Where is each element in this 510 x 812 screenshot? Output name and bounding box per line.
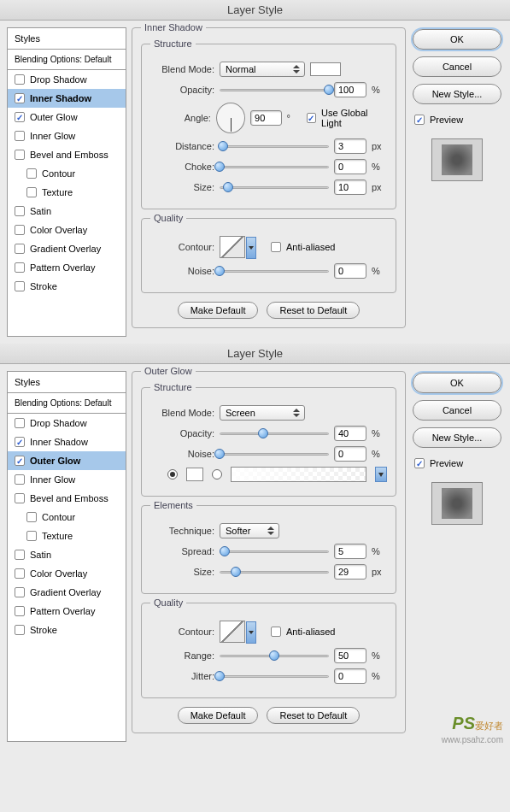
style-checkbox[interactable] [15,225,25,235]
blend-mode-select[interactable]: Screen [220,405,305,421]
distance-slider[interactable] [220,139,329,153]
solid-color-radio[interactable] [167,469,178,480]
global-light-checkbox[interactable] [307,113,316,123]
styles-header[interactable]: Styles [8,372,126,393]
opacity-slider[interactable] [220,427,329,440]
style-checkbox[interactable] [26,168,37,179]
noise-field[interactable]: 0 [334,446,366,462]
style-item-drop-shadow[interactable]: Drop Shadow [8,414,126,432]
antialiased-checkbox[interactable] [271,242,281,252]
glow-color-swatch[interactable] [186,468,203,481]
style-checkbox[interactable] [15,437,25,447]
style-checkbox[interactable] [15,93,25,103]
color-swatch[interactable] [310,62,341,76]
ok-button[interactable]: OK [413,29,501,50]
style-checkbox[interactable] [26,531,37,541]
reset-default-button[interactable]: Reset to Default [267,302,360,319]
blending-options[interactable]: Blending Options: Default [8,50,126,70]
style-checkbox[interactable] [15,262,25,273]
new-style-button[interactable]: New Style... [413,427,501,448]
style-checkbox[interactable] [15,244,25,254]
jitter-slider[interactable] [220,669,329,683]
make-default-button[interactable]: Make Default [178,707,259,724]
gradient-dropdown-icon[interactable] [375,467,387,482]
style-checkbox[interactable] [26,187,37,197]
technique-select[interactable]: Softer [220,523,279,538]
opacity-field[interactable]: 100 [334,82,366,97]
style-checkbox[interactable] [15,131,25,141]
style-item-contour[interactable]: Contour [8,164,126,183]
style-checkbox[interactable] [15,206,25,216]
style-item-stroke[interactable]: Stroke [8,621,126,639]
style-item-bevel-and-emboss[interactable]: Bevel and Emboss [8,489,126,508]
jitter-field[interactable]: 0 [334,668,366,684]
style-checkbox[interactable] [15,281,25,291]
style-checkbox[interactable] [15,418,25,428]
antialiased-checkbox[interactable] [271,627,281,637]
style-item-color-overlay[interactable]: Color Overlay [8,221,126,239]
style-item-inner-glow[interactable]: Inner Glow [8,127,126,145]
size-slider[interactable] [220,180,329,194]
style-checkbox[interactable] [15,493,25,503]
style-checkbox[interactable] [15,587,25,597]
gradient-picker[interactable] [231,467,366,482]
style-item-satin[interactable]: Satin [8,545,126,564]
style-item-outer-glow[interactable]: Outer Glow [8,108,126,127]
spread-slider[interactable] [220,544,329,558]
style-item-inner-shadow[interactable]: Inner Shadow [8,432,126,451]
noise-slider[interactable] [220,264,329,278]
range-field[interactable]: 50 [334,648,366,663]
style-checkbox[interactable] [15,456,25,466]
style-item-gradient-overlay[interactable]: Gradient Overlay [8,583,126,602]
opacity-slider[interactable] [220,83,329,97]
style-item-bevel-and-emboss[interactable]: Bevel and Emboss [8,145,126,164]
opacity-field[interactable]: 40 [334,426,366,441]
style-item-texture[interactable]: Texture [8,183,126,202]
style-checkbox[interactable] [15,550,25,560]
style-checkbox[interactable] [26,512,37,522]
style-item-gradient-overlay[interactable]: Gradient Overlay [8,239,126,258]
contour-picker[interactable] [220,621,245,643]
blending-options[interactable]: Blending Options: Default [8,393,126,414]
style-item-color-overlay[interactable]: Color Overlay [8,564,126,583]
preview-checkbox[interactable] [414,458,425,468]
style-item-texture[interactable]: Texture [8,527,126,545]
choke-slider[interactable] [220,160,329,174]
spread-field[interactable]: 5 [334,544,366,559]
angle-dial[interactable] [216,103,245,133]
preview-checkbox[interactable] [414,115,425,125]
angle-field[interactable]: 90 [250,110,281,126]
distance-field[interactable]: 3 [334,138,366,154]
range-slider[interactable] [220,649,329,662]
style-checkbox[interactable] [15,474,25,485]
style-item-outer-glow[interactable]: Outer Glow [8,451,126,470]
size-slider[interactable] [220,565,329,579]
style-item-inner-glow[interactable]: Inner Glow [8,470,126,489]
style-item-inner-shadow[interactable]: Inner Shadow [8,89,126,108]
make-default-button[interactable]: Make Default [178,302,259,319]
noise-field[interactable]: 0 [334,263,366,279]
cancel-button[interactable]: Cancel [413,400,501,421]
cancel-button[interactable]: Cancel [413,56,501,77]
style-item-pattern-overlay[interactable]: Pattern Overlay [8,602,126,621]
style-item-pattern-overlay[interactable]: Pattern Overlay [8,258,126,277]
noise-slider[interactable] [220,447,329,461]
style-item-contour[interactable]: Contour [8,508,126,527]
new-style-button[interactable]: New Style... [413,84,501,104]
style-checkbox[interactable] [15,112,25,122]
size-field[interactable]: 10 [334,179,366,195]
style-checkbox[interactable] [15,568,25,579]
blend-mode-select[interactable]: Normal [220,62,305,77]
gradient-radio[interactable] [212,469,222,480]
styles-header[interactable]: Styles [8,28,126,50]
style-checkbox[interactable] [15,606,25,616]
size-field[interactable]: 29 [334,564,366,580]
choke-field[interactable]: 0 [334,159,366,174]
style-item-satin[interactable]: Satin [8,202,126,221]
contour-picker[interactable] [220,236,245,258]
reset-default-button[interactable]: Reset to Default [267,707,360,724]
style-item-stroke[interactable]: Stroke [8,277,126,296]
style-checkbox[interactable] [15,625,25,635]
style-item-drop-shadow[interactable]: Drop Shadow [8,70,126,89]
ok-button[interactable]: OK [413,373,501,393]
